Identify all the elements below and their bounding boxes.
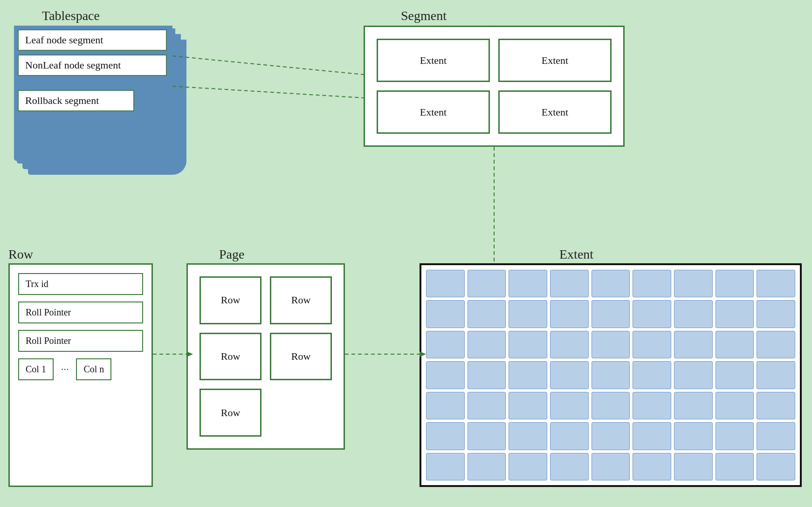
extent-cell <box>509 300 547 328</box>
page-label: Page <box>219 247 244 262</box>
extent-cell <box>633 270 671 297</box>
extent-cell <box>633 392 671 419</box>
extent-cell <box>757 422 795 450</box>
extent-cell <box>592 392 630 419</box>
extent-cell <box>716 270 754 297</box>
extent-cell <box>550 422 589 450</box>
extent-cell <box>509 453 547 480</box>
extent-cell <box>468 270 506 297</box>
extent-cell <box>633 453 671 480</box>
extent-cell <box>592 270 630 297</box>
row-label: Row <box>8 247 33 262</box>
extent-box-4: Extent <box>498 90 612 134</box>
extent-cell <box>674 270 713 297</box>
extent-cell <box>509 422 547 450</box>
extent-cell <box>468 453 506 480</box>
extent-label-bottom-right: Extent <box>559 247 593 262</box>
extent-cell <box>550 453 589 480</box>
page-row-5: Row <box>200 389 261 437</box>
extent-cell <box>509 361 547 389</box>
segment-label: Segment <box>401 8 447 23</box>
extent-cell <box>426 422 465 450</box>
extent-cell <box>550 300 589 328</box>
extent-cell <box>509 331 547 358</box>
extent-cell <box>468 361 506 389</box>
extent-cell <box>426 300 465 328</box>
coln-box: Col n <box>76 358 111 380</box>
extent-cell <box>550 392 589 419</box>
extent-cell <box>716 361 754 389</box>
extent-cell <box>426 270 465 297</box>
extent-cell <box>468 300 506 328</box>
blue-page-front: Leaf node segment NonLeaf node segment R… <box>14 26 172 161</box>
extent-cell <box>592 300 630 328</box>
trx-id-field: Trx id <box>18 273 143 295</box>
extent-cell <box>757 270 795 297</box>
extent-cell <box>468 331 506 358</box>
extent-grid <box>420 263 802 487</box>
extent-box-3: Extent <box>377 90 490 134</box>
extent-cell <box>633 422 671 450</box>
extent-cell <box>426 453 465 480</box>
extent-cell <box>509 270 547 297</box>
extent-cell <box>757 300 795 328</box>
extent-cell <box>592 422 630 450</box>
extent-cell <box>633 331 671 358</box>
extent-cell <box>674 300 713 328</box>
page-row-3: Row <box>200 333 261 381</box>
rollback-segment-label: Rollback segment <box>18 90 134 111</box>
extent-cell <box>716 392 754 419</box>
page-row-1: Row <box>200 276 261 324</box>
extent-cell <box>426 392 465 419</box>
roll-pointer-field-1: Roll Pointer <box>18 301 143 323</box>
extent-cell <box>716 453 754 480</box>
extent-cell <box>509 392 547 419</box>
extent-cell <box>674 361 713 389</box>
extent-cell <box>674 422 713 450</box>
col1-box: Col 1 <box>18 358 54 380</box>
extent-cell <box>716 422 754 450</box>
extent-cell <box>550 270 589 297</box>
extent-cell <box>674 453 713 480</box>
nonleaf-node-segment-label: NonLeaf node segment <box>18 55 167 76</box>
extent-box-2: Extent <box>498 39 612 82</box>
extent-cell <box>550 361 589 389</box>
extent-cell <box>468 422 506 450</box>
extent-cell <box>550 331 589 358</box>
extent-cell <box>426 331 465 358</box>
extent-cell <box>757 361 795 389</box>
extent-cell <box>633 361 671 389</box>
extent-cell <box>757 331 795 358</box>
page-row-2: Row <box>270 276 332 324</box>
row-container: Trx id Roll Pointer Roll Pointer Col 1 ·… <box>8 263 153 487</box>
extent-box-1: Extent <box>377 39 490 82</box>
extent-cell <box>468 392 506 419</box>
extent-cell <box>716 300 754 328</box>
extent-cell <box>592 453 630 480</box>
svg-line-1 <box>172 86 364 98</box>
row-col-row: Col 1 ··· Col n <box>18 358 143 380</box>
tablespace-stack: Leaf node segment NonLeaf node segment R… <box>14 26 186 184</box>
tablespace-label: Tablespace <box>42 8 100 23</box>
extent-cell <box>426 361 465 389</box>
extent-cell <box>757 392 795 419</box>
extent-cell <box>716 331 754 358</box>
extent-cell <box>674 392 713 419</box>
tablespace-inner: Leaf node segment NonLeaf node segment R… <box>18 29 167 155</box>
page-row-4: Row <box>270 333 332 381</box>
extent-cell <box>633 300 671 328</box>
extent-cell <box>757 453 795 480</box>
leaf-node-segment-label: Leaf node segment <box>18 29 167 51</box>
dots: ··· <box>61 363 69 376</box>
extent-cell <box>674 331 713 358</box>
roll-pointer-field-2: Roll Pointer <box>18 330 143 352</box>
page-container: Row Row Row Row Row <box>186 263 345 450</box>
segment-container: Extent Extent Extent Extent <box>364 26 625 147</box>
extent-cell <box>592 361 630 389</box>
svg-line-0 <box>172 56 364 75</box>
extent-cell <box>592 331 630 358</box>
